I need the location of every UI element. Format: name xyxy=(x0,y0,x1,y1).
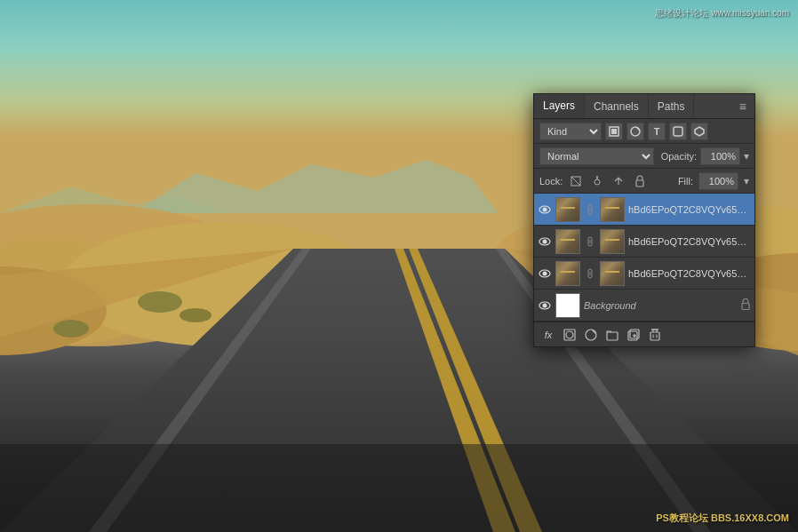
layer-visibility-toggle[interactable] xyxy=(538,266,552,281)
lock-row: Lock: Fill: ▾ xyxy=(534,169,754,194)
layer-name: hBd6EPoQT2C8VQYv65ys... xyxy=(628,268,751,279)
layer-name: hBd6EPoQT2C8VQYv65ys... xyxy=(628,204,751,215)
svg-point-19 xyxy=(180,308,211,322)
layer-lock-icon xyxy=(740,298,751,313)
layer-mask-content xyxy=(601,262,624,285)
layer-thumb-content xyxy=(556,230,579,253)
layer-thumbnail xyxy=(555,261,580,286)
svg-rect-53 xyxy=(607,332,618,340)
new-layer-button[interactable] xyxy=(625,326,642,344)
lock-transparent-btn[interactable] xyxy=(568,173,584,189)
blend-row: Normal Multiply Screen Overlay Opacity: … xyxy=(534,144,754,169)
svg-point-18 xyxy=(138,291,182,313)
layer-visibility-toggle[interactable] xyxy=(538,234,552,249)
layer-mask-thumbnail xyxy=(600,197,625,222)
svg-point-20 xyxy=(53,320,89,337)
tab-layers[interactable]: Layers xyxy=(534,94,585,118)
layer-thumbnail xyxy=(555,229,580,254)
shape-filter-btn[interactable] xyxy=(669,123,687,140)
kind-row: Kind T xyxy=(534,119,754,144)
svg-point-44 xyxy=(543,271,547,275)
smart-filter-btn[interactable] xyxy=(690,123,708,140)
layer-thumbnail xyxy=(555,293,580,318)
tab-channels[interactable]: Channels xyxy=(585,94,649,118)
lock-position-btn[interactable] xyxy=(610,173,626,189)
layer-mask-thumbnail xyxy=(600,229,625,254)
lock-image-btn[interactable] xyxy=(589,173,605,189)
svg-rect-49 xyxy=(742,303,749,309)
add-mask-button[interactable] xyxy=(561,326,579,344)
group-layers-button[interactable] xyxy=(603,326,621,344)
layer-row[interactable]: hBd6EPoQT2C8VQYv65ys... xyxy=(534,258,754,290)
tab-paths[interactable]: Paths xyxy=(649,94,695,118)
svg-rect-26 xyxy=(611,129,617,134)
fill-label: Fill: xyxy=(678,176,693,187)
layer-visibility-toggle[interactable] xyxy=(538,202,552,217)
opacity-label: Opacity: xyxy=(661,151,697,162)
layer-name: Background xyxy=(584,300,737,311)
svg-rect-58 xyxy=(650,332,659,340)
layer-mask-thumbnail xyxy=(600,261,625,286)
layer-row[interactable]: hBd6EPoQT2C8VQYv65ys... xyxy=(534,226,754,258)
svg-point-48 xyxy=(543,303,547,307)
layer-bg-thumb xyxy=(556,294,579,317)
fill-input[interactable] xyxy=(698,172,738,190)
delete-layer-button[interactable] xyxy=(646,326,664,344)
svg-rect-34 xyxy=(636,180,643,187)
svg-point-32 xyxy=(595,179,600,185)
fill-arrow[interactable]: ▾ xyxy=(744,175,749,187)
layer-mask-content xyxy=(601,198,624,221)
layer-thumb-content xyxy=(556,262,579,285)
pixel-filter-btn[interactable] xyxy=(605,123,623,140)
adjustment-filter-btn[interactable] xyxy=(626,123,644,140)
lock-label: Lock: xyxy=(539,176,563,187)
layer-visibility-toggle[interactable] xyxy=(538,298,552,313)
add-fx-button[interactable]: fx xyxy=(539,326,557,344)
watermark-bottom: PS教程论坛 BBS.16XX8.COM xyxy=(656,512,789,525)
svg-marker-29 xyxy=(695,127,704,136)
panel-toolbar: fx xyxy=(534,322,754,346)
svg-rect-28 xyxy=(674,127,682,136)
adjustment-layer-button[interactable] xyxy=(582,326,600,344)
svg-point-51 xyxy=(566,331,573,338)
lock-all-btn[interactable] xyxy=(632,173,648,189)
layer-row[interactable]: hBd6EPoQT2C8VQYv65ys... xyxy=(534,194,754,226)
type-filter-btn[interactable]: T xyxy=(648,123,666,140)
layer-thumb-content xyxy=(556,198,579,221)
layer-link-icon xyxy=(584,229,596,254)
layer-name: hBd6EPoQT2C8VQYv65ys... xyxy=(628,236,751,247)
panel-header: Layers Channels Paths ≡ xyxy=(534,94,754,119)
layer-link-icon xyxy=(584,261,596,286)
svg-line-31 xyxy=(571,177,580,186)
layers-panel: Layers Channels Paths ≡ Kind T Normal Mu… xyxy=(533,93,755,347)
layers-list: hBd6EPoQT2C8VQYv65ys... hBd6EPoQT2C8VQYv… xyxy=(534,194,754,322)
opacity-arrow[interactable]: ▾ xyxy=(744,150,749,163)
blend-mode-select[interactable]: Normal Multiply Screen Overlay xyxy=(539,147,654,165)
kind-select[interactable]: Kind xyxy=(539,123,602,140)
layer-thumbnail xyxy=(555,197,580,222)
layer-row[interactable]: Background xyxy=(534,290,754,322)
svg-point-36 xyxy=(543,207,547,211)
opacity-input[interactable] xyxy=(700,147,740,165)
panel-menu-button[interactable]: ≡ xyxy=(736,96,750,117)
watermark-top: 思绪设计论坛 www.missyuan.com xyxy=(655,7,789,20)
svg-point-40 xyxy=(543,239,547,243)
layer-mask-content xyxy=(601,230,624,253)
layer-link-icon xyxy=(584,197,596,222)
